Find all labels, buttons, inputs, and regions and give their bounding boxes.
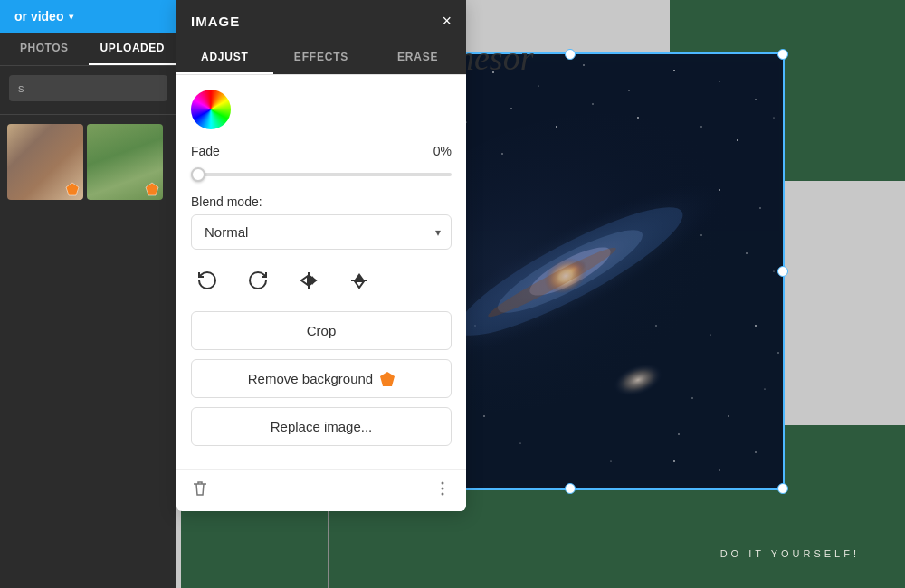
panel-header: IMAGE ×: [176, 0, 466, 42]
svg-point-50: [592, 103, 593, 104]
transform-row: [191, 264, 452, 297]
canvas-text-bottom: DO IT YOURSELF!: [720, 548, 860, 559]
fade-row: Fade 0%: [191, 144, 452, 158]
svg-point-45: [673, 460, 675, 462]
flip-v-icon: [348, 270, 370, 291]
svg-point-12: [719, 81, 719, 81]
svg-point-40: [691, 397, 692, 398]
more-options-button[interactable]: [433, 479, 452, 502]
svg-point-20: [773, 117, 774, 118]
rotate-ccw-icon: [196, 270, 218, 291]
handle-top-right[interactable]: [777, 49, 788, 60]
list-item[interactable]: [7, 124, 83, 200]
handle-bottom-center[interactable]: [565, 483, 576, 494]
svg-point-57: [610, 460, 611, 461]
slider-container: [191, 164, 452, 180]
svg-marker-71: [355, 281, 364, 288]
image-panel: IMAGE × ADJUST EFFECTS ERASE Fade 0% Ble…: [176, 0, 466, 511]
svg-marker-0: [66, 183, 79, 195]
svg-point-10: [628, 90, 629, 90]
svg-marker-68: [310, 276, 316, 285]
flip-horizontal-button[interactable]: [292, 264, 325, 297]
svg-point-36: [777, 352, 778, 353]
color-wheel-container: [191, 90, 452, 129]
svg-marker-70: [355, 273, 364, 280]
close-button[interactable]: ×: [442, 13, 452, 29]
fade-value: 0%: [433, 144, 452, 158]
sketch-icon: [380, 372, 395, 386]
svg-point-13: [755, 99, 757, 100]
svg-point-19: [737, 139, 738, 141]
svg-point-11: [673, 70, 675, 71]
panel-footer: [176, 469, 466, 511]
svg-point-41: [728, 415, 729, 417]
svg-point-30: [773, 270, 774, 271]
panel-body: Fade 0% Blend mode: Normal Multiply Scre…: [176, 75, 466, 469]
more-icon: [433, 479, 452, 498]
svg-point-29: [746, 252, 748, 254]
list-item[interactable]: [87, 124, 163, 200]
media-type-button[interactable]: or video ▾: [0, 0, 176, 33]
handle-mid-right[interactable]: [777, 266, 788, 277]
rotate-cw-button[interactable]: [242, 264, 274, 297]
sidebar-tabs: PHOTOS UPLOADED: [0, 33, 176, 66]
crop-button[interactable]: Crop: [191, 311, 452, 350]
tab-effects[interactable]: EFFECTS: [273, 42, 370, 74]
svg-point-74: [442, 488, 444, 490]
svg-point-35: [755, 325, 757, 327]
divider: [0, 114, 176, 115]
canvas-text-top: hesor: [457, 38, 533, 78]
remove-background-button[interactable]: Remove background: [191, 359, 452, 398]
color-wheel[interactable]: [191, 90, 231, 129]
flip-vertical-button[interactable]: [343, 264, 376, 297]
search-input[interactable]: s: [9, 75, 167, 101]
fade-label: Fade: [191, 144, 220, 158]
panel-title: IMAGE: [191, 14, 240, 29]
image-grid: [0, 119, 176, 588]
trash-icon: [191, 479, 209, 498]
chevron-down-icon: ▾: [69, 12, 73, 22]
handle-top-center[interactable]: [565, 49, 576, 60]
sidebar-tab-uploaded[interactable]: UPLOADED: [89, 33, 177, 65]
tab-adjust[interactable]: ADJUST: [176, 42, 273, 74]
svg-marker-1: [146, 183, 158, 195]
svg-point-34: [710, 334, 710, 335]
svg-point-56: [678, 433, 680, 435]
svg-point-42: [764, 388, 765, 389]
svg-point-8: [538, 85, 538, 86]
tab-erase[interactable]: ERASE: [369, 42, 466, 74]
svg-point-48: [510, 108, 512, 109]
svg-point-47: [755, 451, 757, 453]
svg-marker-69: [301, 276, 308, 285]
sketch-badge-icon: [65, 182, 80, 196]
delete-button[interactable]: [191, 479, 209, 502]
left-sidebar: or video ▾ PHOTOS UPLOADED s: [0, 0, 176, 588]
blend-mode-select[interactable]: Normal Multiply Screen Overlay Darken Li…: [191, 214, 452, 250]
svg-point-75: [442, 493, 444, 496]
rotate-cw-icon: [247, 270, 269, 291]
handle-bottom-right[interactable]: [777, 483, 788, 494]
svg-point-54: [519, 442, 520, 443]
svg-point-53: [483, 415, 485, 417]
rotate-ccw-button[interactable]: [191, 264, 224, 297]
svg-point-18: [700, 126, 701, 127]
svg-point-9: [583, 64, 585, 66]
sketch-badge-icon: [145, 182, 159, 196]
blend-select-container: Normal Multiply Screen Overlay Darken Li…: [191, 214, 452, 250]
flip-h-icon: [298, 270, 319, 291]
svg-point-73: [442, 482, 444, 485]
panel-tabs: ADJUST EFFECTS ERASE: [176, 42, 466, 75]
replace-image-button[interactable]: Replace image...: [191, 407, 452, 446]
sidebar-tab-photos[interactable]: PHOTOS: [0, 33, 89, 65]
media-button-label: or video: [14, 9, 63, 24]
svg-marker-72: [380, 372, 395, 386]
svg-point-46: [719, 469, 719, 470]
fade-slider[interactable]: [191, 173, 452, 176]
blend-mode-label: Blend mode:: [191, 194, 452, 209]
svg-point-24: [759, 207, 760, 208]
